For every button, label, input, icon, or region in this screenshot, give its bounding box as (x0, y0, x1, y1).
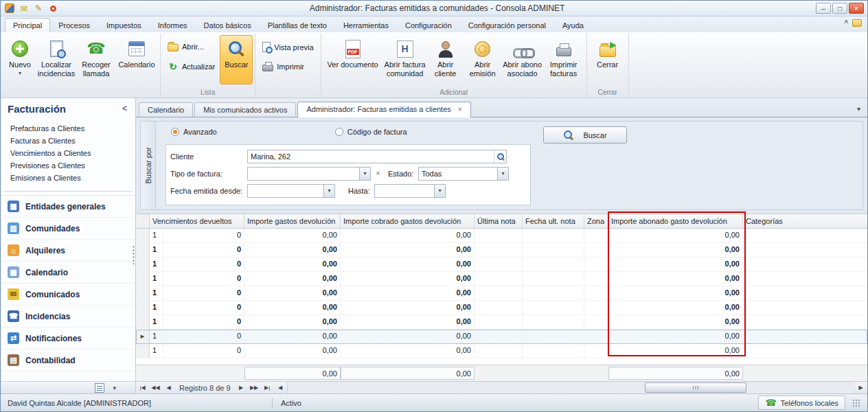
sidebar-item-previsiones[interactable]: Previsiones a Clientes (1, 159, 135, 172)
cell-importe-cobrado[interactable]: 0,00 (341, 286, 475, 300)
cell-importe-abonado[interactable]: 0,00 (608, 330, 743, 343)
table-row[interactable]: 100,000,000,00 (136, 344, 867, 358)
imprimir-button[interactable]: Imprimir (259, 60, 317, 73)
cell-importe-cobrado[interactable]: 0,00 (341, 344, 475, 358)
resize-grip[interactable] (852, 399, 860, 407)
cell-count[interactable]: 1 (150, 272, 163, 286)
localizar-incidencias-button[interactable]: Localizar incidencias (36, 35, 77, 84)
column-header-importe-cobrado[interactable]: Importe cobrado gastos devolución (341, 214, 475, 228)
ribbon-tab-datos-basicos[interactable]: Datos básicos (196, 18, 260, 32)
app-icon[interactable] (4, 3, 15, 14)
cell-importe-gastos[interactable]: 0,00 (244, 258, 341, 271)
cell-vencimientos[interactable]: 0 (163, 258, 244, 271)
sidebar-resize-grip[interactable] (133, 245, 135, 264)
cell-ultima-nota[interactable] (475, 272, 523, 286)
cell-fecha-ult-nota[interactable] (523, 243, 584, 257)
sidebar-item-emisiones[interactable]: Emisiones a Clientes (1, 172, 135, 184)
sidebar-item-facturas[interactable]: Facturas a Clientes (1, 135, 135, 147)
tab-list-dropdown-icon[interactable]: ▾ (857, 105, 860, 113)
row-indicator[interactable] (136, 301, 150, 314)
cliente-lookup-button[interactable] (494, 150, 506, 163)
ribbon-tab-ayuda[interactable]: Ayuda (554, 18, 592, 32)
row-indicator[interactable]: ▸ (136, 330, 150, 343)
doc-tab-calendario[interactable]: Calendario (139, 102, 193, 117)
cell-fecha-ult-nota[interactable] (523, 286, 584, 300)
cell-categorias[interactable] (743, 258, 867, 271)
cell-fecha-ult-nota[interactable] (523, 272, 584, 286)
column-header-vencimientos-devueltos[interactable]: Vencimientos devueltos (150, 214, 244, 228)
cell-vencimientos[interactable]: 0 (163, 286, 244, 300)
buscar-button[interactable]: Buscar (220, 35, 253, 84)
note-icon[interactable]: ✎ (33, 3, 44, 14)
cliente-input[interactable]: Marina, 262 (247, 150, 507, 163)
cell-importe-abonado[interactable]: 0,00 (608, 344, 743, 358)
nav-next-button[interactable]: ▶ (235, 385, 248, 391)
cell-importe-abonado[interactable]: 0,00 (608, 243, 743, 257)
abrir-button[interactable]: Abrir... (164, 41, 218, 53)
cell-importe-abonado[interactable]: 0,00 (608, 229, 743, 242)
cell-zona[interactable] (584, 272, 608, 286)
vista-previa-button[interactable]: Vista previa (259, 41, 317, 54)
cell-importe-gastos[interactable]: 0,00 (244, 243, 341, 257)
tab-close-icon[interactable]: × (458, 106, 462, 113)
table-row[interactable]: 100,000,000,00 (136, 229, 867, 243)
cell-ultima-nota[interactable] (475, 258, 523, 271)
cell-count[interactable]: 1 (150, 330, 163, 343)
mail-icon[interactable]: ✉ (19, 3, 30, 14)
cell-zona[interactable] (584, 315, 608, 329)
cell-ultima-nota[interactable] (475, 229, 523, 242)
ribbon-tab-informes[interactable]: Informes (150, 18, 196, 32)
column-header-importe-abonado[interactable]: Importe abonado gasto devolución (608, 214, 743, 228)
table-row[interactable]: 100,000,000,00 (136, 301, 867, 315)
sidebar-splitter[interactable] (4, 189, 132, 194)
sidebar-item-prefacturas[interactable]: Prefacturas a Clientes (1, 122, 135, 135)
cell-zona[interactable] (584, 301, 608, 314)
row-indicator[interactable] (136, 344, 150, 358)
cell-importe-abonado[interactable]: 0,00 (608, 301, 743, 314)
cell-zona[interactable] (584, 330, 608, 343)
cell-importe-abonado[interactable]: 0,00 (608, 315, 743, 329)
column-header-categorias[interactable]: Categorías (743, 214, 867, 228)
chevron-down-icon[interactable]: ▾ (359, 168, 370, 180)
cell-count[interactable]: 1 (150, 286, 163, 300)
cerrar-button[interactable]: Cerrar (589, 35, 626, 84)
cell-vencimientos[interactable]: 0 (163, 330, 244, 343)
nav-next-page-button[interactable]: ▶▶ (248, 385, 261, 391)
row-indicator[interactable] (136, 272, 150, 286)
cell-categorias[interactable] (743, 301, 867, 314)
cell-categorias[interactable] (743, 286, 867, 300)
cell-vencimientos[interactable]: 0 (163, 315, 244, 329)
table-row[interactable]: 100,000,000,00 (136, 258, 867, 272)
clear-tipo-button[interactable]: × (372, 168, 384, 179)
cell-importe-abonado[interactable]: 0,00 (608, 272, 743, 286)
cell-importe-gastos[interactable]: 0,00 (244, 344, 341, 358)
cell-categorias[interactable] (743, 344, 867, 358)
cell-count[interactable]: 1 (150, 344, 163, 358)
cell-fecha-ult-nota[interactable] (523, 330, 584, 343)
nav-prev-button[interactable]: ◀ (162, 385, 175, 391)
cell-categorias[interactable] (743, 243, 867, 257)
cell-importe-gastos[interactable]: 0,00 (244, 272, 341, 286)
cell-vencimientos[interactable]: 0 (163, 243, 244, 257)
sidebar-group-incidencias[interactable]: ☎ Incidencias (1, 306, 135, 328)
maximize-button[interactable]: □ (832, 3, 847, 14)
cell-zona[interactable] (584, 243, 608, 257)
cell-zona[interactable] (584, 286, 608, 300)
row-indicator[interactable] (136, 258, 150, 271)
cell-ultima-nota[interactable] (475, 301, 523, 314)
table-row[interactable]: 100,000,000,00 (136, 272, 867, 286)
ribbon-corner-folder-icon[interactable] (852, 19, 862, 27)
ribbon-tab-principal[interactable]: Principal (5, 18, 50, 32)
table-row[interactable]: 100,000,000,00 (136, 243, 867, 258)
cell-fecha-ult-nota[interactable] (523, 258, 584, 271)
cell-vencimientos[interactable]: 0 (163, 272, 244, 286)
cell-importe-abonado[interactable]: 0,00 (608, 286, 743, 300)
nav-first-button[interactable]: |◀ (136, 385, 149, 391)
cell-zona[interactable] (584, 258, 608, 271)
ribbon-tab-procesos[interactable]: Procesos (50, 18, 98, 32)
nuevo-button[interactable]: Nuevo ▾ (4, 35, 36, 84)
sidebar-group-entidades-generales[interactable]: ▦ Entidades generales (1, 196, 135, 218)
sidebar-group-alquileres[interactable]: ⌂ Alquileres (1, 240, 135, 262)
abrir-abono-asociado-button[interactable]: Abrir abono asociado (502, 35, 543, 84)
cell-count[interactable]: 1 (150, 301, 163, 314)
